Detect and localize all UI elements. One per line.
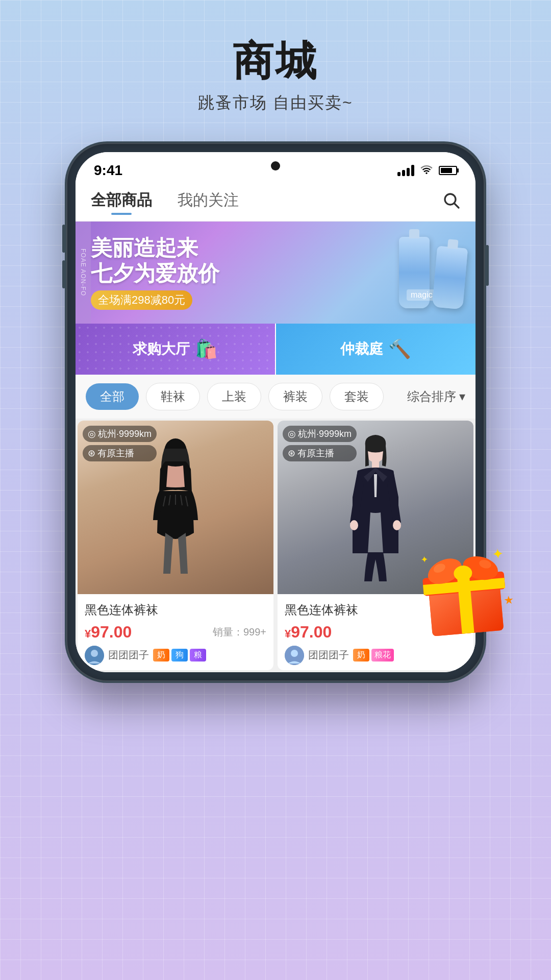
- sort-dropdown[interactable]: 综合排序 ▾: [407, 388, 465, 405]
- filter-all[interactable]: 全部: [86, 383, 139, 410]
- location-pin-icon-2: ◎: [288, 428, 296, 439]
- svg-point-4: [91, 650, 98, 657]
- product-sales-1: 销量：999+: [213, 625, 266, 639]
- seller-badges-2: 奶 粮花: [353, 649, 394, 662]
- verified-icon: ⊛: [88, 448, 95, 459]
- promo-right-emoji: 🔨: [388, 338, 411, 360]
- filter-shoes[interactable]: 鞋袜: [146, 383, 200, 410]
- badge-orange-2: 奶: [353, 649, 369, 662]
- seller-avatar-2: [285, 646, 304, 665]
- promo-purchase-hall[interactable]: 求购大厅 🛍️: [76, 324, 275, 375]
- product-image-1: ◎ 杭州·9999km ⊛ 有原主播: [78, 421, 273, 594]
- seller-row-2: 团团团子 奶 粮花: [285, 646, 466, 665]
- page-subtitle: 跳蚤市场 自由买卖~: [0, 92, 551, 114]
- svg-point-10: [291, 650, 298, 657]
- brand-label: magic: [407, 289, 437, 301]
- banner-title: 美丽造起来 七夕为爱放价: [91, 235, 219, 287]
- banner-text: 美丽造起来 七夕为爱放价 全场满298减80元: [91, 235, 219, 310]
- signal-icon: [397, 165, 414, 176]
- banner-products: magic: [399, 237, 465, 308]
- wifi-icon: [419, 163, 434, 178]
- tab-my-follows[interactable]: 我的关注: [178, 190, 239, 215]
- badge-pink-2: 粮花: [371, 649, 394, 662]
- banner-left-strip: FOAE AON-FO: [76, 222, 91, 324]
- page-title: 商城: [0, 41, 551, 82]
- product-price-1: ¥97.00: [85, 623, 132, 642]
- price-row-1: ¥97.00 销量：999+: [85, 623, 266, 642]
- promotional-banner[interactable]: 美丽造起来 七夕为爱放价 全场满298减80元 magic: [76, 222, 475, 324]
- product-name-1: 黑色连体裤袜: [85, 601, 266, 619]
- product-badge-2: ◎ 杭州·9999km ⊛ 有原主播: [283, 426, 357, 461]
- svg-point-8: [393, 520, 401, 530]
- promo-arbitration[interactable]: 仲裁庭 🔨: [276, 324, 475, 375]
- verified-icon-2: ⊛: [288, 448, 295, 459]
- location-pin-icon: ◎: [88, 428, 96, 439]
- product-info-1: 黑色连体裤袜 ¥97.00 销量：999+: [78, 594, 273, 670]
- gift-decoration: ✦ ✦ ★: [409, 532, 519, 645]
- search-button[interactable]: [442, 191, 460, 214]
- status-icons: [397, 163, 457, 178]
- location-badge-1: ◎ 杭州·9999km: [83, 426, 157, 442]
- battery-icon: [439, 166, 457, 175]
- seller-avatar-1: [85, 646, 104, 665]
- nav-tabs: 全部商品 我的关注: [76, 184, 475, 222]
- promo-bar: 求购大厅 🛍️ 仲裁庭 🔨: [76, 324, 475, 375]
- promo-right-text: 仲裁庭: [340, 339, 383, 359]
- svg-text:✦: ✦: [491, 546, 505, 562]
- badge-flower: 奶: [153, 649, 169, 662]
- svg-point-7: [350, 520, 358, 530]
- power-button: [486, 245, 489, 286]
- seller-name-1: 团团团子: [108, 648, 149, 662]
- camera-notch: [271, 161, 280, 170]
- badge-purple-1: 粮: [190, 649, 206, 662]
- tab-all-products[interactable]: 全部商品: [91, 190, 152, 215]
- seller-row-1: 团团团子 奶 狗 粮: [85, 646, 266, 665]
- seller-badges-1: 奶 狗 粮: [153, 649, 206, 662]
- volume-up-button: [62, 225, 65, 253]
- volume-down-button: [62, 260, 65, 288]
- banner-promotion: 全场满298减80元: [91, 290, 192, 310]
- promo-left-emoji: 🛍️: [195, 338, 218, 360]
- location-badge-2: ◎ 杭州·9999km: [283, 426, 357, 442]
- phone-mockup: 9:41: [66, 143, 485, 681]
- verified-badge-2: ⊛ 有原主播: [283, 445, 357, 461]
- product-bottle-2: [432, 246, 468, 310]
- page-header: 商城 跳蚤市场 自由买卖~: [0, 0, 551, 125]
- svg-text:✦: ✦: [420, 554, 429, 565]
- verified-badge-1: ⊛ 有原主播: [83, 445, 157, 461]
- filter-sets[interactable]: 套装: [330, 383, 384, 410]
- filter-bar: 全部 鞋袜 上装 裤装 套装 综合排序 ▾: [76, 375, 475, 419]
- chevron-down-icon: ▾: [459, 389, 465, 404]
- filter-tops[interactable]: 上装: [207, 383, 261, 410]
- svg-text:★: ★: [503, 593, 514, 607]
- product-bottle-1: magic: [399, 237, 430, 308]
- status-time: 9:41: [94, 162, 122, 179]
- filter-pants[interactable]: 裤装: [268, 383, 322, 410]
- promo-left-text: 求购大厅: [133, 339, 190, 359]
- svg-line-1: [455, 204, 459, 208]
- product-price-2: ¥97.00: [285, 623, 332, 642]
- badge-blue-1: 狗: [171, 649, 188, 662]
- product-badge-1: ◎ 杭州·9999km ⊛ 有原主播: [83, 426, 157, 461]
- seller-name-2: 团团团子: [308, 648, 349, 662]
- product-card-1[interactable]: ◎ 杭州·9999km ⊛ 有原主播 黑色连体裤袜: [78, 421, 273, 670]
